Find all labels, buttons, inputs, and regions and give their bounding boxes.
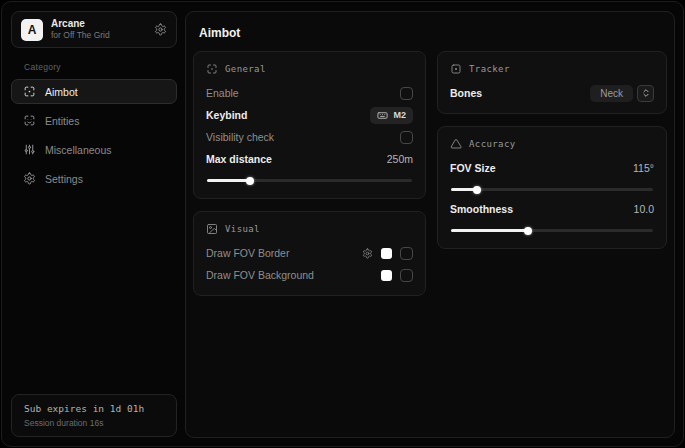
subscription-card: Sub expires in 1d 01h Session duration 1… xyxy=(11,394,177,437)
brand-subtitle: for Off The Grid xyxy=(51,30,146,41)
fov-size-label: FOV Size xyxy=(450,162,496,174)
keybind-value: M2 xyxy=(393,110,406,120)
bones-row: Bones Neck xyxy=(450,82,654,104)
crosshair-icon xyxy=(206,63,218,75)
fov-size-value: 115° xyxy=(633,162,654,174)
general-card: General Enable Keybind M2 xyxy=(193,51,426,199)
sliders-icon xyxy=(23,143,36,156)
smoothness-value: 10.0 xyxy=(634,203,654,215)
left-column: General Enable Keybind M2 xyxy=(193,51,426,308)
enable-checkbox[interactable] xyxy=(400,87,413,100)
face-scan-icon xyxy=(23,114,36,127)
visibility-check-row: Visibility check xyxy=(206,126,413,148)
enable-label: Enable xyxy=(206,87,239,99)
fov-background-checkbox[interactable] xyxy=(400,269,413,282)
app-window: A Arcane for Off The Grid Category Aimbo… xyxy=(1,1,684,447)
gear-icon xyxy=(23,172,36,185)
general-card-header: General xyxy=(206,63,413,75)
fov-background-color-swatch[interactable] xyxy=(381,270,392,281)
enable-row: Enable xyxy=(206,82,413,104)
bones-selected-value[interactable]: Neck xyxy=(590,85,633,102)
accuracy-card: Accuracy FOV Size 115° Smoothness 10.0 xyxy=(437,126,667,249)
keybind-button[interactable]: M2 xyxy=(370,107,413,124)
sidebar-item-label: Aimbot xyxy=(45,86,78,98)
smoothness-label: Smoothness xyxy=(450,203,513,215)
gear-icon[interactable] xyxy=(362,248,373,259)
image-icon xyxy=(206,223,218,235)
slider-fill[interactable] xyxy=(451,188,477,191)
slider-fill[interactable] xyxy=(207,179,250,182)
category-label: Category xyxy=(24,62,173,72)
fov-border-color-swatch[interactable] xyxy=(381,248,392,259)
sidebar-item-aimbot[interactable]: Aimbot xyxy=(11,79,177,104)
crosshair-icon xyxy=(23,85,36,98)
accuracy-card-header: Accuracy xyxy=(450,138,654,150)
max-distance-row: Max distance 250m xyxy=(206,148,413,170)
max-distance-value: 250m xyxy=(387,153,413,165)
visibility-check-label: Visibility check xyxy=(206,131,274,143)
brand-title: Arcane xyxy=(51,18,146,31)
card-header-label: General xyxy=(225,64,266,74)
card-header-label: Tracker xyxy=(469,64,510,74)
content-columns: General Enable Keybind M2 xyxy=(186,51,674,308)
max-distance-label: Max distance xyxy=(206,153,272,165)
fov-border-label: Draw FOV Border xyxy=(206,247,289,259)
brand-logo: A xyxy=(21,19,43,41)
visual-card: Visual Draw FOV Border Draw xyxy=(193,211,426,296)
smoothness-slider[interactable] xyxy=(451,229,653,232)
fov-background-row: Draw FOV Background xyxy=(206,264,413,286)
chevrons-up-down-icon[interactable] xyxy=(637,85,654,102)
sidebar: A Arcane for Off The Grid Category Aimbo… xyxy=(11,11,177,437)
smoothness-row: Smoothness 10.0 xyxy=(450,198,654,220)
triangle-icon xyxy=(450,138,462,150)
fov-border-checkbox[interactable] xyxy=(400,247,413,260)
visual-card-header: Visual xyxy=(206,223,413,235)
slider-fill[interactable] xyxy=(451,229,528,232)
fov-border-row: Draw FOV Border xyxy=(206,242,413,264)
visibility-check-checkbox[interactable] xyxy=(400,131,413,144)
keybind-label: Keybind xyxy=(206,109,247,121)
page-title: Aimbot xyxy=(186,12,674,51)
main-panel: Aimbot General Enable xyxy=(185,11,675,438)
tracker-card-header: Tracker xyxy=(450,63,654,75)
max-distance-slider[interactable] xyxy=(207,179,412,182)
card-header-label: Visual xyxy=(225,224,260,234)
session-duration-text: Session duration 16s xyxy=(24,418,164,428)
sub-expires-text: Sub expires in 1d 01h xyxy=(24,403,164,414)
bones-select[interactable]: Neck xyxy=(590,85,654,102)
fov-border-controls xyxy=(362,247,413,260)
sidebar-item-label: Entities xyxy=(45,115,79,127)
fov-background-controls xyxy=(381,269,413,282)
brand-text: Arcane for Off The Grid xyxy=(51,18,146,41)
sidebar-item-label: Miscellaneous xyxy=(45,144,112,156)
right-column: Tracker Bones Neck xyxy=(437,51,667,261)
sidebar-item-miscellaneous[interactable]: Miscellaneous xyxy=(11,137,177,162)
sidebar-item-settings[interactable]: Settings xyxy=(11,166,177,191)
keyboard-icon xyxy=(377,110,388,121)
gear-icon[interactable] xyxy=(154,23,167,36)
sidebar-item-label: Settings xyxy=(45,173,83,185)
fov-size-row: FOV Size 115° xyxy=(450,157,654,179)
card-header-label: Accuracy xyxy=(469,139,516,149)
fov-background-label: Draw FOV Background xyxy=(206,269,314,281)
brand-card: A Arcane for Off The Grid xyxy=(11,11,177,48)
keybind-row: Keybind M2 xyxy=(206,104,413,126)
focus-icon xyxy=(450,63,462,75)
bones-label: Bones xyxy=(450,87,482,99)
fov-size-slider[interactable] xyxy=(451,188,653,191)
sidebar-item-entities[interactable]: Entities xyxy=(11,108,177,133)
tracker-card: Tracker Bones Neck xyxy=(437,51,667,114)
